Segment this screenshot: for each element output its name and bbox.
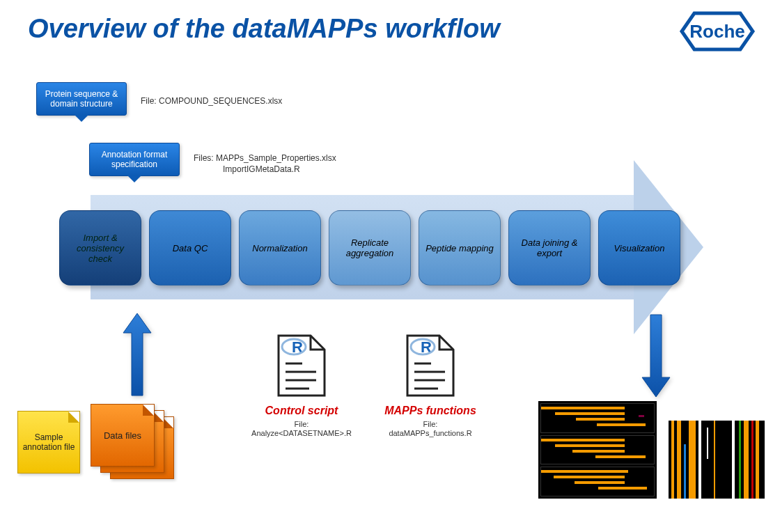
data-files-stack: Data files [91,404,181,480]
callout-annotation-format: Annotation format specification [89,143,180,176]
file-label-annotation-1: Files: MAPPs_Sample_Properties.xlsx [194,153,336,163]
svg-marker-2 [123,313,151,396]
viz-thumbnail-heatmap-a [538,401,657,499]
control-script-title: Control script [249,405,354,417]
mapps-functions-file-line2: dataMAPPs_functions.R [378,429,483,438]
step-normalization: Normalization [239,210,321,285]
file-r-icon: R [249,333,354,402]
file-label-protein: File: COMPOUND_SEQUENCES.xlsx [141,96,282,106]
mapps-functions-file-line1: File: [378,420,483,429]
step-data-qc: Data QC [149,210,231,285]
step-visualization: Visualization [598,210,680,285]
svg-text:Roche: Roche [689,21,744,42]
sample-annotation-file: Sample annotation file [17,411,80,474]
viz-thumbnail-heatmap-b [669,421,765,499]
page-title: Overview of the dataMAPPs workflow [28,14,500,44]
step-data-joining-export: Data joining & export [508,210,591,285]
svg-marker-3 [642,315,670,397]
arrow-up-icon [122,313,153,400]
step-import-consistency: Import & consistency check [59,210,141,285]
r-file-mapps-functions: R MAPPs functions File: dataMAPPs_functi… [378,333,483,438]
step-peptide-mapping: Peptide mapping [419,210,501,285]
callout-protein-sequence: Protein sequence & domain structure [36,82,127,116]
roche-logo: Roche [679,10,756,55]
step-replicate-aggregation: Replicate aggregation [329,210,411,285]
arrow-down-icon [641,313,671,400]
control-script-file-line2: Analyze<DATASETNAME>.R [249,429,354,438]
mapps-functions-title: MAPPs functions [378,405,483,417]
file-r-icon: R [378,333,483,402]
control-script-file-line1: File: [249,420,354,429]
r-file-control-script: R Control script File: Analyze<DATASETNA… [249,333,354,438]
file-label-annotation-2: ImportIGMetaData.R [223,164,300,174]
data-files-label: Data files [91,404,155,467]
